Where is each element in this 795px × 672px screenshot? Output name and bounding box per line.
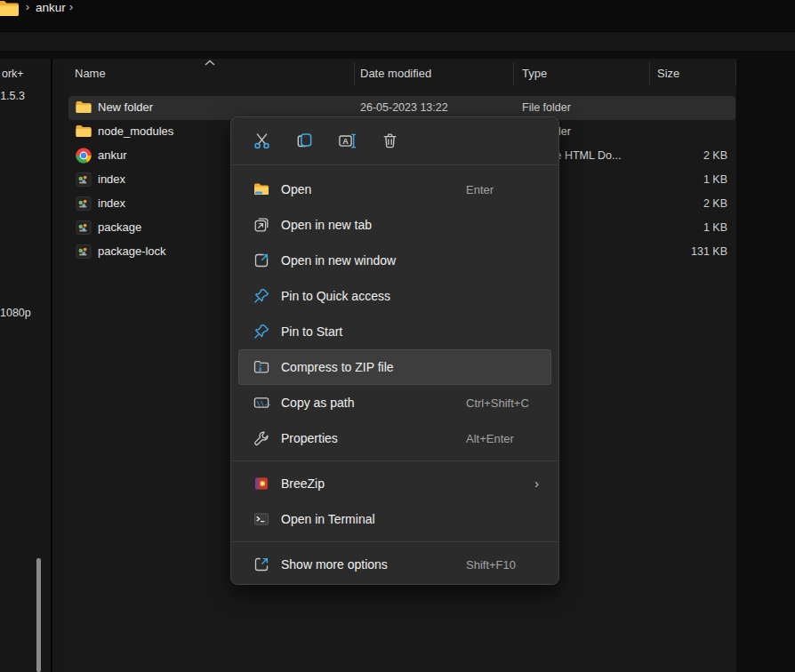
cut-button[interactable] <box>245 124 277 156</box>
column-header-date-modified[interactable]: Date modified <box>360 67 431 80</box>
column-separator[interactable] <box>649 62 650 85</box>
file-size: 2 KB <box>602 149 727 162</box>
menu-item-shortcut: Ctrl+Shift+C <box>466 396 529 410</box>
pin-icon <box>253 323 270 340</box>
file-name: package <box>98 220 141 234</box>
media-icon <box>75 219 92 236</box>
media-icon <box>75 171 92 188</box>
menu-separator <box>232 460 558 461</box>
file-name: ankur <box>98 148 127 162</box>
background-window-panel: ork+ -1.5.3 1080p <box>0 59 68 672</box>
menu-item-breezip[interactable]: BreeZip› <box>238 466 551 501</box>
command-bar <box>0 31 795 51</box>
submenu-chevron-icon: › <box>534 476 539 491</box>
file-type: File folder <box>522 101 571 114</box>
folder-icon <box>75 123 92 140</box>
rename-button[interactable]: A <box>331 124 363 156</box>
file-name: package-lock <box>98 244 166 258</box>
file-size: 1 KB <box>602 221 727 234</box>
background-text-fragment: 1080p <box>0 307 31 319</box>
menu-separator <box>232 164 558 165</box>
menu-item-shortcut: Alt+Enter <box>466 432 514 445</box>
background-text-fragment: -1.5.3 <box>0 90 25 102</box>
menu-item-open[interactable]: OpenEnter <box>238 172 551 207</box>
file-name: node_modules <box>98 124 173 138</box>
menu-item-properties[interactable]: PropertiesAlt+Enter <box>238 420 551 456</box>
menu-item-label: Open in new tab <box>281 218 372 232</box>
column-header-name[interactable]: Name <box>75 67 106 80</box>
menu-item-shortcut: Enter <box>466 183 494 196</box>
copy-icon <box>295 132 314 150</box>
breadcrumb-folder-icon[interactable] <box>0 0 19 16</box>
menu-item-shortcut: Shift+F10 <box>466 558 516 572</box>
new-tab-icon <box>253 216 270 234</box>
column-separator[interactable] <box>513 62 514 85</box>
menu-item-label: Properties <box>281 431 338 445</box>
folder-icon <box>75 99 92 116</box>
menu-item-open-in-new-window[interactable]: Open in new window <box>238 243 551 278</box>
menu-item-show-more-options[interactable]: Show more optionsShift+F10 <box>238 547 551 582</box>
folder-open-icon <box>253 180 270 198</box>
delete-button[interactable] <box>373 124 406 156</box>
menu-item-compress-to-zip-file[interactable]: Compress to ZIP file <box>238 349 551 385</box>
menu-separator <box>232 541 558 542</box>
menu-item-label: Open in Terminal <box>281 512 375 526</box>
wrench-icon <box>253 429 270 447</box>
menu-item-label: Copy as path <box>281 396 355 410</box>
menu-item-label: BreeZip <box>281 476 325 491</box>
column-header-type[interactable]: Type <box>522 67 547 80</box>
copy-path-icon: \\.. <box>253 394 270 412</box>
breezip-icon <box>253 475 270 492</box>
context-menu: A OpenEnterOpen in new tabOpen in new wi… <box>230 116 559 585</box>
expand-icon <box>253 556 270 573</box>
menu-item-pin-to-quick-access[interactable]: Pin to Quick access <box>238 278 551 314</box>
file-name: index <box>98 196 125 210</box>
column-header-row: Name Date modified Type Size <box>68 59 736 89</box>
file-name: index <box>98 172 125 186</box>
background-text-fragment: ork+ <box>2 68 24 80</box>
svg-text:\\..: \\.. <box>257 400 270 407</box>
pin-icon <box>253 287 270 305</box>
breadcrumb: › ankur › <box>0 0 795 29</box>
column-separator[interactable] <box>354 62 355 85</box>
column-header-size[interactable]: Size <box>657 67 679 80</box>
column-separator[interactable] <box>735 62 736 85</box>
new-window-icon <box>253 252 270 269</box>
delete-icon <box>381 132 399 150</box>
file-name: New folder <box>98 100 153 114</box>
file-size: 2 KB <box>602 197 727 210</box>
breadcrumb-chevron-icon[interactable]: › <box>69 0 73 15</box>
sort-ascending-icon[interactable] <box>204 60 216 67</box>
breadcrumb-path-item[interactable]: ankur <box>36 0 66 15</box>
panel-divider <box>51 59 52 672</box>
menu-item-copy-as-path[interactable]: \\..Copy as pathCtrl+Shift+C <box>238 385 551 420</box>
file-date-modified: 26-05-2023 13:22 <box>360 101 448 114</box>
media-icon <box>75 195 92 212</box>
menu-item-label: Show more options <box>281 557 388 572</box>
menu-item-pin-to-start[interactable]: Pin to Start <box>238 314 551 349</box>
menu-item-open-in-terminal[interactable]: Open in Terminal <box>238 501 551 537</box>
chrome-icon <box>75 147 92 164</box>
zip-icon <box>253 358 270 376</box>
menu-item-label: Open <box>281 182 311 196</box>
file-size: 1 KB <box>602 173 727 186</box>
menu-item-open-in-new-tab[interactable]: Open in new tab <box>238 207 551 243</box>
terminal-icon <box>253 510 270 528</box>
media-icon <box>75 243 92 260</box>
copy-button[interactable] <box>288 124 320 156</box>
context-menu-toolbar: A <box>231 123 558 158</box>
context-menu-items: OpenEnterOpen in new tabOpen in new wind… <box>231 164 558 582</box>
rename-icon: A <box>338 132 357 150</box>
breadcrumb-chevron-icon: › <box>26 0 29 15</box>
file-size: 131 KB <box>602 245 727 258</box>
menu-item-label: Pin to Start <box>281 324 342 339</box>
svg-text:A: A <box>342 136 349 145</box>
cut-icon <box>253 132 271 150</box>
menu-item-label: Compress to ZIP file <box>281 360 394 374</box>
menu-item-label: Pin to Quick access <box>281 289 390 303</box>
menu-item-label: Open in new window <box>281 253 396 268</box>
scrollbar-thumb[interactable] <box>36 558 41 672</box>
